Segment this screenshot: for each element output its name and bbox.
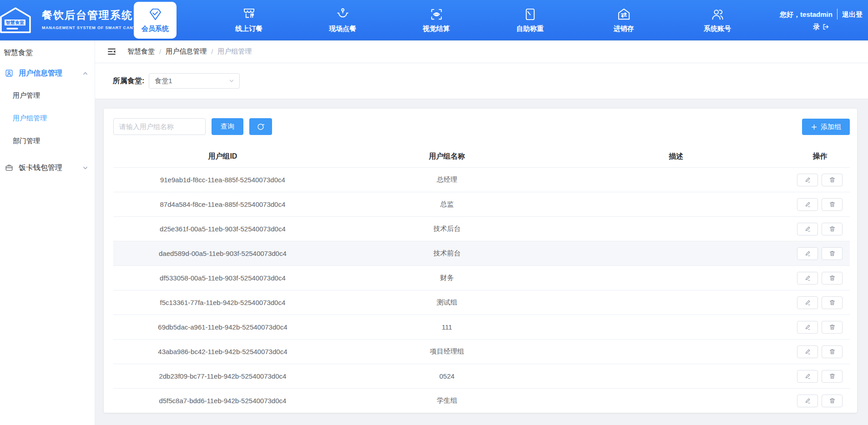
select-chevron-down-icon [228,78,235,84]
edit-button[interactable] [797,321,818,334]
cell-group-name: 项目经理组 [332,347,562,356]
delete-button[interactable] [822,174,843,186]
tab-self-weighing[interactable]: 自助称重 [509,0,551,40]
column-header-group-id: 用户组ID [113,152,332,161]
cell-group-name: 技术前台 [332,249,562,258]
delete-button[interactable] [822,296,843,309]
column-header-description: 描述 [562,152,790,161]
canteen-filter-label: 所属食堂: [113,76,144,86]
table-body: 91e9ab1d-f8cc-11ea-885f-52540073d0c4 总经理 [113,167,850,413]
table-row: df533058-00a5-11eb-903f-52540073d0c4 财务 [113,265,850,290]
delete-button[interactable] [822,395,843,407]
app-subtitle: MANAGEMENT SYSTEM OF SMART CANTEEN [42,25,146,30]
table-row: daed589d-00a5-11eb-903f-52540073d0c4 技术前… [113,241,850,265]
chevron-up-icon [82,70,88,76]
app-logo-icon: 智慧食堂 [0,5,34,35]
cell-group-name: 财务 [332,274,562,282]
sidebar-item-user-info-management[interactable]: 用户信息管理 [0,62,95,84]
table-header-row: 用户组ID 用户组名称 描述 操作 [113,145,850,167]
inventory-house-arrows-icon [617,7,631,21]
svg-text:智慧食堂: 智慧食堂 [5,20,25,25]
canteen-select-value: 食堂1 [155,77,172,85]
scale-gauge-icon [523,7,537,21]
user-area: 您好，testadmin退出登录 [778,0,864,40]
cell-actions [790,345,850,358]
edit-button[interactable] [797,247,818,260]
delete-button[interactable] [822,321,843,334]
refresh-icon [257,123,265,131]
breadcrumb-bar: 智慧食堂 / 用户信息管理 / 用户组管理 [95,40,868,63]
cell-actions [790,296,850,309]
sidebar-item-user-management[interactable]: 用户管理 [0,84,95,107]
delete-button[interactable] [822,247,843,260]
edit-button[interactable] [797,198,818,211]
edit-button[interactable] [797,395,818,407]
delete-button[interactable] [822,345,843,358]
column-header-group-name: 用户组名称 [332,152,562,161]
tab-vision-checkout[interactable]: 视觉结算 [415,0,458,40]
group-name-search-input[interactable] [113,118,206,135]
plus-icon [811,124,818,130]
cell-group-id: d5f5c8a7-bdd6-11eb-942b-52540073d0c4 [113,397,332,405]
sidebar: 智慧食堂 用户信息管理 用户管理 用户组管理 部门管理 饭卡钱包管理 [0,40,95,425]
cell-actions [790,198,850,211]
cell-actions [790,174,850,186]
cell-group-name: 技术后台 [332,225,562,233]
edit-button[interactable] [797,174,818,186]
cell-group-id: 2db23f09-bc77-11eb-942b-52540073d0c4 [113,372,332,380]
cell-group-id: d25e361f-00a5-11eb-903f-52540073d0c4 [113,225,332,233]
cell-group-name: 0524 [332,372,562,380]
membership-gem-icon [148,7,162,21]
storefront-icon [242,7,256,21]
sidebar-title: 智慧食堂 [0,40,95,58]
edit-button[interactable] [797,296,818,309]
table-row: 91e9ab1d-f8cc-11ea-885f-52540073d0c4 总经理 [113,167,850,192]
tab-onsite-ordering[interactable]: 现场点餐 [321,0,364,40]
cell-group-id: 43aba986-bc42-11eb-942b-52540073d0c4 [113,348,332,355]
sidebar-item-user-group-management[interactable]: 用户组管理 [0,107,95,130]
add-group-button[interactable]: 添加组 [802,119,850,135]
user-card-icon [5,69,13,77]
user-group-card: 查询 添加组 用户组ID 用户组名称 描述 操作 [104,109,857,413]
sidebar-item-meal-card-wallet-management[interactable]: 饭卡钱包管理 [0,157,95,179]
delete-button[interactable] [822,223,843,235]
table-row: f5c13361-77fa-11eb-942b-52540073d0c4 测试组 [113,290,850,315]
delete-button[interactable] [822,370,843,383]
logout-icon [822,23,829,30]
tab-inventory[interactable]: 进销存 [602,0,645,40]
canteen-select[interactable]: 食堂1 [149,73,240,89]
breadcrumb-home[interactable]: 智慧食堂 [127,47,155,56]
tab-member-system[interactable]: 会员系统 [134,2,177,39]
cell-actions [790,395,850,407]
delete-button[interactable] [822,272,843,285]
app-title: 餐饮后台管理系统 [42,8,146,22]
refresh-button[interactable] [249,118,272,135]
breadcrumb: 智慧食堂 / 用户信息管理 / 用户组管理 [127,47,252,56]
cell-group-name: 测试组 [332,298,562,307]
edit-button[interactable] [797,370,818,383]
breadcrumb-user-info-management[interactable]: 用户信息管理 [166,47,207,56]
cell-group-name: 总监 [332,200,562,209]
primary-nav: 会员系统 线上订餐 [134,0,739,40]
query-button[interactable]: 查询 [212,118,243,135]
edit-button[interactable] [797,345,818,358]
delete-button[interactable] [822,198,843,211]
user-greeting: 您好，testadmin [780,10,833,18]
table-row: 43aba986-bc42-11eb-942b-52540073d0c4 项目经… [113,339,850,364]
accounts-people-icon [711,7,725,21]
cell-group-id: 91e9ab1d-f8cc-11ea-885f-52540073d0c4 [113,176,332,184]
tab-system-accounts[interactable]: 系统账号 [696,0,739,40]
cell-group-name: 111 [332,323,562,331]
sidebar-item-department-management[interactable]: 部门管理 [0,130,95,152]
cell-actions [790,223,850,235]
table-row: 69db5dac-a961-11eb-942b-52540073d0c4 111 [113,315,850,339]
breadcrumb-separator: / [159,48,161,55]
tab-online-ordering[interactable]: 线上订餐 [227,0,270,40]
column-header-actions: 操作 [790,152,850,161]
sidebar-fold-icon[interactable] [107,47,116,56]
breadcrumb-separator: / [211,48,213,55]
cell-group-id: 87d4a584-f8ce-11ea-885f-52540073d0c4 [113,200,332,208]
edit-button[interactable] [797,223,818,235]
edit-button[interactable] [797,272,818,285]
header-divider [837,9,838,20]
